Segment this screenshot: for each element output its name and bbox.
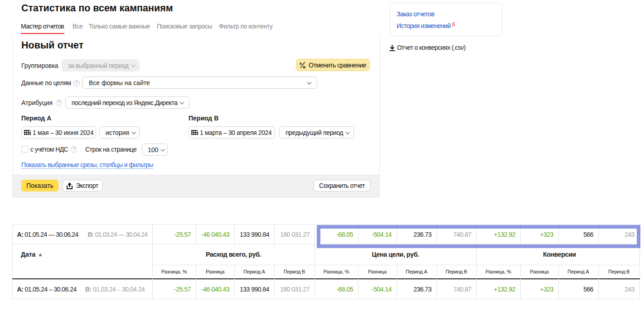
svg-text:A: A: [300, 62, 302, 66]
svg-text:B: B: [303, 65, 306, 68]
